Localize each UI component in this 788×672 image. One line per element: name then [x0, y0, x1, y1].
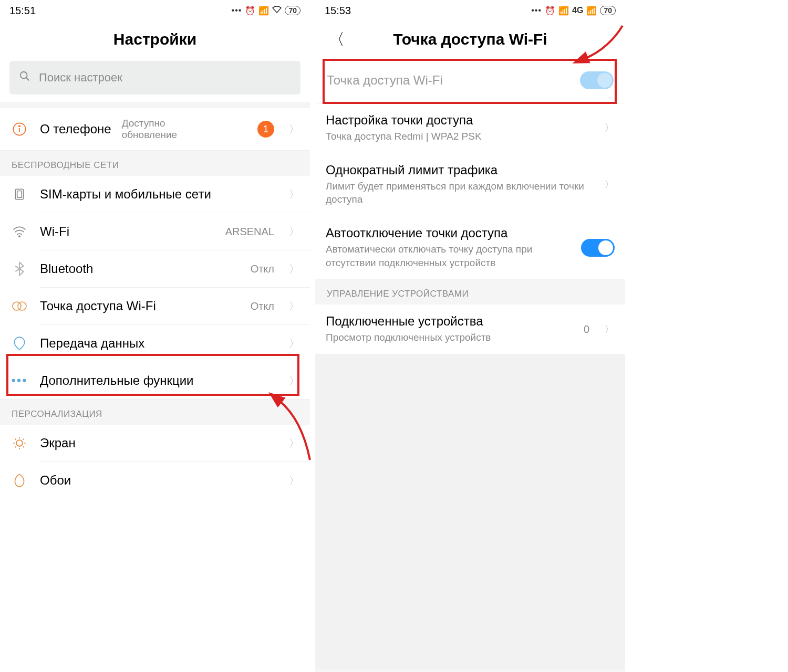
row-sim[interactable]: SIM-карты и мобильные сети 〉 [0, 176, 310, 213]
about-sub2: обновление [122, 129, 178, 141]
row-connected-devices[interactable]: Подключенные устройства Просмотр подключ… [315, 304, 625, 354]
battery-indicator: 70 [600, 6, 616, 15]
status-dots-icon: ••• [531, 6, 542, 15]
chevron-right-icon: 〉 [289, 299, 299, 313]
alarm-icon: ⏰ [545, 6, 555, 16]
setup-sub: Точка доступа Redmi | WPA2 PSK [326, 130, 593, 143]
limit-label: Однократный лимит трафика [326, 163, 593, 177]
row-about-phone[interactable]: О телефоне Доступно обновление 1 〉 [0, 108, 310, 150]
search-placeholder: Поиск настроек [39, 71, 122, 85]
svg-point-10 [16, 440, 23, 446]
title-bar: 〈 Точка доступа Wi-Fi [315, 21, 625, 58]
status-right: ••• ⏰ 📶 70 [232, 6, 300, 16]
info-icon [11, 120, 28, 138]
svg-point-0 [20, 72, 27, 79]
row-display[interactable]: Экран 〉 [0, 425, 310, 461]
chevron-right-icon: 〉 [289, 337, 299, 351]
hotspot-icon [11, 297, 28, 315]
chevron-right-icon: 〉 [604, 121, 615, 135]
setup-label: Настройка точки доступа [326, 113, 593, 128]
wallpaper-label: Обои [40, 473, 277, 488]
hotspot-label: Точка доступа Wi-Fi [40, 299, 239, 313]
row-bluetooth[interactable]: Bluetooth Откл 〉 [0, 250, 310, 287]
screenshot-right-hotspot: 15:53 ••• ⏰ 📶 4G 📶 70 〈 Точка доступа Wi… [315, 0, 625, 672]
signal-icon: 📶 [258, 6, 269, 16]
status-bar: 15:53 ••• ⏰ 📶 4G 📶 70 [315, 0, 625, 21]
chevron-right-icon: 〉 [289, 436, 299, 450]
wifi-value: ARSENAL [225, 226, 274, 238]
chevron-right-icon: 〉 [604, 177, 615, 192]
auto-off-toggle[interactable] [581, 239, 615, 257]
svg-rect-6 [17, 191, 22, 198]
status-dots-icon: ••• [232, 6, 242, 15]
wifi-icon [11, 223, 28, 240]
hotspot-toggle-label: Точка доступа Wi-Fi [327, 73, 443, 88]
signal-icon: 📶 [558, 6, 569, 16]
chevron-right-icon: 〉 [604, 322, 615, 337]
divider [40, 499, 310, 499]
data-icon [11, 334, 28, 352]
autooff-label: Автоотключение точки доступа [326, 226, 569, 240]
sim-icon [11, 185, 28, 203]
network-type: 4G [572, 6, 583, 15]
svg-point-8 [13, 302, 21, 310]
chevron-right-icon: 〉 [289, 374, 299, 388]
update-badge: 1 [257, 121, 274, 138]
chevron-right-icon: 〉 [289, 187, 299, 202]
page-title: Настройки [113, 30, 196, 48]
more-label: Дополнительные функции [40, 373, 277, 388]
more-icon: ••• [11, 372, 28, 390]
bluetooth-value: Откл [251, 263, 274, 275]
wifi-label: Wi-Fi [40, 224, 214, 239]
display-icon [11, 434, 28, 452]
sim-label: SIM-карты и мобильные сети [40, 187, 277, 202]
autooff-sub: Автоматически отключать точку доступа пр… [326, 243, 569, 269]
row-data-usage[interactable]: Передача данных 〉 [0, 325, 310, 362]
bluetooth-label: Bluetooth [40, 261, 239, 276]
status-time: 15:53 [325, 5, 351, 17]
row-hotspot[interactable]: Точка доступа Wi-Fi Откл 〉 [0, 288, 310, 324]
battery-indicator: 70 [285, 6, 300, 15]
row-wifi[interactable]: Wi-Fi ARSENAL 〉 [0, 213, 310, 250]
svg-point-4 [19, 125, 20, 127]
data-label: Передача данных [40, 336, 277, 351]
about-sub1: Доступно [122, 118, 178, 129]
hotspot-value: Откл [251, 300, 274, 312]
chevron-right-icon: 〉 [289, 122, 299, 136]
status-right: ••• ⏰ 📶 4G 📶 70 [531, 6, 616, 16]
status-bar: 15:51 ••• ⏰ 📶 70 [0, 0, 310, 21]
bluetooth-icon [11, 260, 28, 278]
row-hotspot-toggle[interactable]: Точка доступа Wi-Fi [315, 58, 625, 103]
row-wallpaper[interactable]: Обои 〉 [0, 462, 310, 499]
search-input[interactable]: Поиск настроек [9, 61, 300, 94]
screenshot-left-settings: 15:51 ••• ⏰ 📶 70 Настройки Поиск настрое… [0, 0, 310, 672]
page-title: Точка доступа Wi-Fi [393, 30, 547, 48]
back-button[interactable]: 〈 [326, 26, 348, 54]
row-traffic-limit[interactable]: Однократный лимит трафика Лимит будет пр… [315, 153, 625, 216]
svg-line-1 [26, 78, 29, 81]
row-auto-off[interactable]: Автоотключение точки доступа Автоматичес… [315, 216, 625, 279]
row-more[interactable]: ••• Дополнительные функции 〉 [0, 362, 310, 399]
connected-label: Подключенные устройства [326, 314, 572, 329]
chevron-right-icon: 〉 [289, 474, 299, 488]
wifi-icon [272, 6, 282, 15]
empty-area [315, 354, 625, 669]
row-hotspot-setup[interactable]: Настройка точки доступа Точка доступа Re… [315, 103, 625, 153]
connected-count: 0 [584, 323, 589, 335]
alarm-icon: ⏰ [245, 6, 255, 16]
about-label: О телефоне [40, 122, 111, 136]
section-gap [0, 102, 310, 108]
chevron-right-icon: 〉 [289, 225, 299, 239]
svg-point-7 [19, 236, 20, 237]
title-bar: Настройки [0, 21, 310, 58]
signal2-icon: 📶 [586, 6, 597, 16]
section-personalization: ПЕРСОНАЛИЗАЦИЯ [0, 399, 310, 425]
display-label: Экран [40, 436, 277, 450]
svg-point-9 [18, 302, 26, 310]
section-devices: УПРАВЛЕНИЕ УСТРОЙСТВАМИ [315, 279, 625, 304]
chevron-right-icon: 〉 [289, 262, 299, 276]
hotspot-toggle[interactable] [580, 71, 614, 89]
search-icon [19, 70, 30, 85]
limit-sub: Лимит будет применяться при каждом включ… [326, 180, 593, 206]
section-wireless: БЕСПРОВОДНЫЕ СЕТИ [0, 150, 310, 176]
